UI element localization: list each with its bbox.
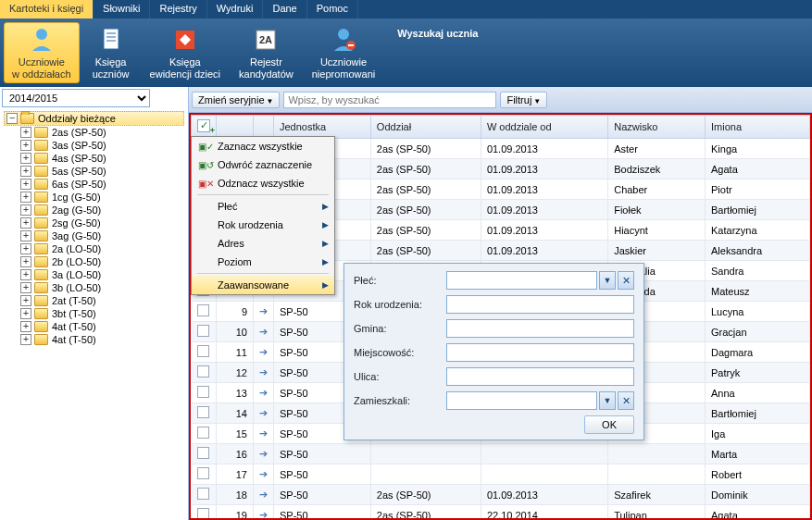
popup-city-input[interactable] (446, 343, 634, 362)
expand-icon[interactable]: + (20, 230, 31, 241)
row-checkbox[interactable] (197, 406, 209, 418)
table-row[interactable]: 16➔SP-50Marta (192, 444, 810, 464)
goto-icon[interactable]: ➔ (254, 302, 274, 322)
menubar-item[interactable]: Dane (263, 0, 306, 19)
menubar-item[interactable]: Słowniki (94, 0, 150, 19)
ctx-invert[interactable]: ▣↺ Odwróć zaznaczenie (192, 155, 334, 174)
expand-icon[interactable]: + (20, 217, 31, 229)
goto-icon[interactable]: ➔ (254, 464, 274, 485)
popup-gmina-input[interactable] (446, 319, 634, 338)
year-select[interactable]: 2014/2015 (2, 89, 150, 107)
tree-node[interactable]: +6as (SP-50) (4, 178, 188, 191)
filter-button[interactable]: Filtruj▼ (500, 92, 547, 108)
tree-node[interactable]: +2sg (G-50) (4, 217, 188, 229)
grid-search-input[interactable] (283, 92, 496, 108)
row-checkbox[interactable] (197, 325, 209, 337)
tree-node[interactable]: +3b (LO-50) (4, 281, 188, 294)
tree-node[interactable]: +2a (LO-50) (4, 242, 188, 255)
goto-icon[interactable]: ➔ (254, 342, 274, 363)
row-checkbox[interactable] (197, 304, 209, 316)
row-checkbox[interactable] (197, 488, 209, 500)
ctx-level[interactable]: Poziom ▶ (192, 253, 334, 271)
expand-icon[interactable]: + (20, 282, 31, 293)
expand-icon[interactable]: + (20, 179, 31, 190)
dropdown-icon[interactable]: ▼ (599, 271, 616, 290)
ctx-sex[interactable]: Płeć ▶ (192, 197, 334, 216)
goto-icon[interactable]: ➔ (254, 444, 274, 464)
row-checkbox[interactable] (197, 447, 209, 459)
popup-residents-input[interactable] (446, 391, 597, 410)
goto-icon[interactable]: ➔ (254, 363, 274, 383)
ctx-select-all[interactable]: ▣✓ Zaznacz wszystkie (192, 137, 334, 155)
popup-sex-input[interactable] (446, 271, 597, 290)
ribbon-button[interactable]: Księgaewidencji dzieci (143, 22, 228, 83)
row-checkbox[interactable] (197, 427, 209, 439)
row-checkbox[interactable] (197, 508, 209, 520)
expand-icon[interactable]: + (20, 153, 31, 164)
table-row[interactable]: 19➔SP-502as (SP-50)22.10.2014TulipanAgat… (192, 505, 810, 521)
expand-icon[interactable]: + (20, 140, 31, 151)
expand-icon[interactable]: + (20, 166, 31, 177)
row-checkbox[interactable] (197, 386, 209, 398)
clear-icon[interactable]: ✕ (618, 391, 634, 410)
menubar-item[interactable]: Kartoteki i księgi (0, 0, 94, 19)
popup-birth-input[interactable] (446, 295, 634, 314)
expand-icon[interactable]: + (20, 269, 31, 280)
tree-node[interactable]: +2ag (G-50) (4, 204, 188, 217)
goto-icon[interactable]: ➔ (254, 485, 274, 505)
ribbon-button[interactable]: Księgauczniów (83, 22, 139, 83)
table-row[interactable]: 18➔SP-502as (SP-50)01.09.2013SzafirekDom… (192, 485, 810, 505)
goto-icon[interactable]: ➔ (254, 383, 274, 403)
row-checkbox[interactable] (197, 345, 209, 357)
tree-root[interactable]: − Oddziały bieżące (4, 111, 184, 126)
tree-node[interactable]: +1cg (G-50) (4, 191, 188, 204)
row-checkbox[interactable] (197, 467, 209, 479)
clear-icon[interactable]: ✕ (618, 271, 634, 290)
change-serial-button[interactable]: Zmień seryjnie▼ (192, 92, 280, 108)
tree-node[interactable]: +4at (T-50) (4, 320, 188, 333)
row-checkbox[interactable] (197, 365, 209, 378)
menubar-item[interactable]: Rejestry (150, 0, 206, 19)
header-arrow[interactable] (254, 116, 274, 139)
menubar-item[interactable]: Pomoc (307, 0, 358, 19)
tree-node[interactable]: +2at (T-50) (4, 294, 188, 307)
tree-node[interactable]: +4as (SP-50) (4, 152, 188, 165)
tree-node[interactable]: +3a (LO-50) (4, 268, 188, 281)
tree-node[interactable]: +3ag (G-50) (4, 229, 188, 242)
expand-icon[interactable]: + (20, 204, 31, 216)
header-jednostka[interactable]: Jednostka (274, 116, 371, 139)
header-imiona[interactable]: Imiona (706, 116, 810, 139)
ok-button[interactable]: OK (584, 415, 634, 434)
tree-node[interactable]: +4at (T-50) (4, 333, 188, 346)
goto-icon[interactable]: ➔ (254, 424, 274, 444)
ribbon-button[interactable]: Uczniowieniepromowani (305, 22, 382, 83)
tree-node[interactable]: +3as (SP-50) (4, 139, 188, 152)
goto-icon[interactable]: ➔ (254, 322, 274, 342)
expand-icon[interactable]: + (20, 192, 31, 203)
dropdown-icon[interactable]: ▼ (599, 391, 616, 410)
table-row[interactable]: 17➔SP-50Robert (192, 464, 810, 485)
ctx-deselect-all[interactable]: ▣✕ Odznacz wszystkie (192, 174, 334, 192)
popup-street-input[interactable] (446, 367, 634, 386)
expand-icon[interactable]: + (20, 127, 31, 138)
menubar-item[interactable]: Wydruki (207, 0, 264, 19)
expand-icon[interactable]: + (20, 243, 31, 254)
header-date[interactable]: W oddziale od (481, 116, 607, 139)
expand-icon[interactable]: + (20, 295, 31, 306)
goto-icon[interactable]: ➔ (254, 403, 274, 424)
expand-icon[interactable]: + (20, 321, 31, 332)
ribbon-search-label[interactable]: Wyszukaj ucznia (384, 22, 491, 83)
ctx-address[interactable]: Adres ▶ (192, 234, 334, 253)
ribbon-button[interactable]: Uczniowiew oddziałach (4, 22, 80, 83)
expand-icon[interactable]: + (20, 334, 31, 345)
header-nazwisko[interactable]: Nazwisko (608, 116, 706, 139)
tree-node[interactable]: +5as (SP-50) (4, 165, 188, 178)
header-oddzial[interactable]: Oddział (370, 116, 481, 139)
ctx-advanced[interactable]: Zaawansowane ▶ (192, 276, 334, 294)
ribbon-button[interactable]: 2ARejestrkandydatów (231, 22, 301, 83)
header-number[interactable] (217, 116, 254, 139)
tree-node[interactable]: +2as (SP-50) (4, 126, 188, 139)
collapse-icon[interactable]: − (6, 113, 18, 124)
ctx-birth-year[interactable]: Rok urodzenia ▶ (192, 216, 334, 234)
expand-icon[interactable]: + (20, 256, 31, 267)
